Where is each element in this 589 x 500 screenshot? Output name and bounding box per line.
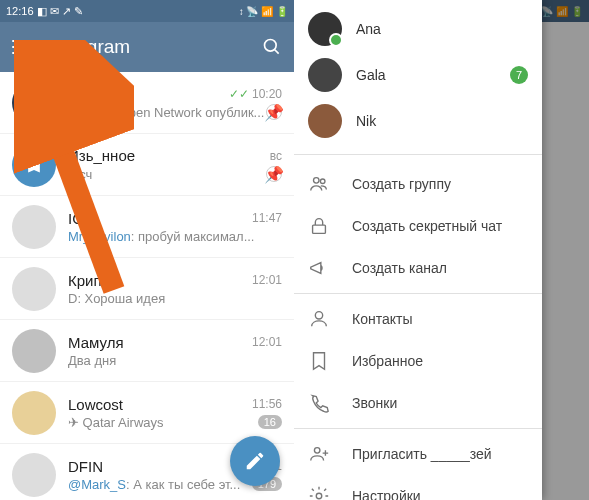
account-name: Gala (356, 67, 510, 83)
new-message-fab[interactable] (230, 436, 280, 486)
pin-icon: 📌 (266, 166, 282, 182)
menu-label: Настройки (352, 488, 421, 500)
svg-point-5 (314, 178, 320, 184)
chat-item[interactable]: ICO11:47Mr_vavilon: пробуй максимал... (0, 196, 294, 258)
screenshot-right: 12:16◧ ✉ ↗ ✎ ↕ 📡 📶 🔋 AnaGala7Nik Создать… (294, 0, 589, 500)
phone-icon (308, 392, 330, 414)
menu-item-phone[interactable]: Звонки (294, 382, 542, 424)
account-item[interactable]: Ana (294, 6, 542, 52)
chat-avatar (12, 391, 56, 435)
account-item[interactable]: Gala7 (294, 52, 542, 98)
account-name: Ana (356, 21, 528, 37)
chat-name: DFIN (68, 458, 103, 475)
chat-time: 12:01 (252, 335, 282, 349)
status-bar: 12:16◧ ✉ ↗ ✎ ↕ 📡 📶 🔋 (0, 0, 294, 22)
menu-label: Создать канал (352, 260, 447, 276)
chat-avatar (12, 205, 56, 249)
chat-time: ✓✓10:20 (229, 87, 282, 101)
chat-preview: Два дня (68, 353, 282, 368)
chat-time: 11:47 (252, 211, 282, 225)
drawer-overlay: AnaGala7Nik Создать группуСоздать секрет… (294, 0, 589, 500)
unread-badge: 16 (258, 415, 282, 429)
chat-preview: D: Хороша идея (68, 291, 282, 306)
chat-preview: @Mark_S: А как ты себе эт... (68, 477, 248, 492)
chat-avatar (12, 267, 56, 311)
gear-icon (308, 485, 330, 500)
menu-label: Контакты (352, 311, 412, 327)
divider (294, 154, 542, 155)
chat-name: Lowcost (68, 396, 123, 413)
menu-label: Звонки (352, 395, 397, 411)
divider (294, 293, 542, 294)
account-avatar (308, 104, 342, 138)
menu-item-bookmark[interactable]: Избранное (294, 340, 542, 382)
account-avatar (308, 58, 342, 92)
read-checks-icon: ✓✓ (229, 87, 249, 101)
menu-item-megaphone[interactable]: Создать канал (294, 247, 542, 289)
status-time: 12:16 (6, 5, 34, 17)
adduser-icon (308, 443, 330, 465)
svg-line-1 (275, 50, 279, 54)
menu-item-lock[interactable]: Создать секретный чат (294, 205, 542, 247)
account-list: AnaGala7Nik (294, 0, 542, 150)
chat-avatar (12, 329, 56, 373)
menu-label: Избранное (352, 353, 423, 369)
app-header: Telegram (0, 22, 294, 72)
menu-item-gear[interactable]: Настройки (294, 475, 542, 500)
lock-icon (308, 215, 330, 237)
svg-rect-7 (313, 225, 326, 233)
svg-point-6 (320, 179, 325, 184)
chat-name: Изь_нное (68, 147, 135, 164)
pin-icon: 📌 (266, 104, 282, 120)
chat-preview: ✈ Qatar Airways (68, 415, 254, 430)
menu-label: Создать группу (352, 176, 451, 192)
screenshot-left: 12:16◧ ✉ ↗ ✎ ↕ 📡 📶 🔋 Telegram об✓✓10:20e… (0, 0, 294, 500)
chat-time: 11:56 (252, 397, 282, 411)
divider (294, 428, 542, 429)
navigation-drawer: AnaGala7Nik Создать группуСоздать секрет… (294, 0, 542, 500)
chat-name: Крипто (68, 272, 117, 289)
account-badge: 7 (510, 66, 528, 84)
account-avatar (308, 12, 342, 46)
megaphone-icon (308, 257, 330, 279)
chat-avatar (12, 81, 56, 125)
chat-item[interactable]: Мамуля12:01Два дня (0, 320, 294, 382)
chat-name: ICO (68, 210, 95, 227)
menu-label: Пригласить _____зей (352, 446, 492, 462)
chat-time: 12:01 (252, 273, 282, 287)
search-icon[interactable] (262, 37, 282, 57)
group-icon (308, 173, 330, 195)
account-item[interactable]: Nik (294, 98, 542, 144)
chat-item[interactable]: Крипто12:01D: Хороша идея (0, 258, 294, 320)
chat-name: об (68, 85, 85, 102)
chat-time: вс (270, 149, 282, 163)
chat-item[interactable]: Изь_нноевсл/сч📌 (0, 134, 294, 196)
hamburger-menu-icon[interactable] (12, 40, 32, 54)
chat-avatar (12, 143, 56, 187)
chat-item[interactable]: об✓✓10:20elegram Open Network опублик...… (0, 72, 294, 134)
chat-avatar (12, 453, 56, 497)
svg-point-8 (315, 312, 322, 319)
menu-item-contacts[interactable]: Контакты (294, 298, 542, 340)
menu-item-group[interactable]: Создать группу (294, 163, 542, 205)
chat-name: Мамуля (68, 334, 124, 351)
account-name: Nik (356, 113, 528, 129)
drawer-menu: Создать группуСоздать секретный чатСозда… (294, 159, 542, 500)
bookmark-icon (308, 350, 330, 372)
svg-point-4 (330, 34, 342, 46)
menu-label: Создать секретный чат (352, 218, 502, 234)
drawer-scrim[interactable] (542, 0, 589, 500)
menu-item-adduser[interactable]: Пригласить _____зей (294, 433, 542, 475)
svg-point-10 (316, 493, 322, 499)
chat-preview: Mr_vavilon: пробуй максимал... (68, 229, 282, 244)
svg-point-0 (265, 40, 277, 52)
app-title: Telegram (52, 36, 262, 58)
chat-preview: л/сч (68, 167, 266, 182)
contacts-icon (308, 308, 330, 330)
chat-item[interactable]: Lowcost11:56✈ Qatar Airways16 (0, 382, 294, 444)
svg-point-9 (314, 448, 320, 454)
chat-preview: elegram Open Network опублик... (68, 105, 266, 120)
